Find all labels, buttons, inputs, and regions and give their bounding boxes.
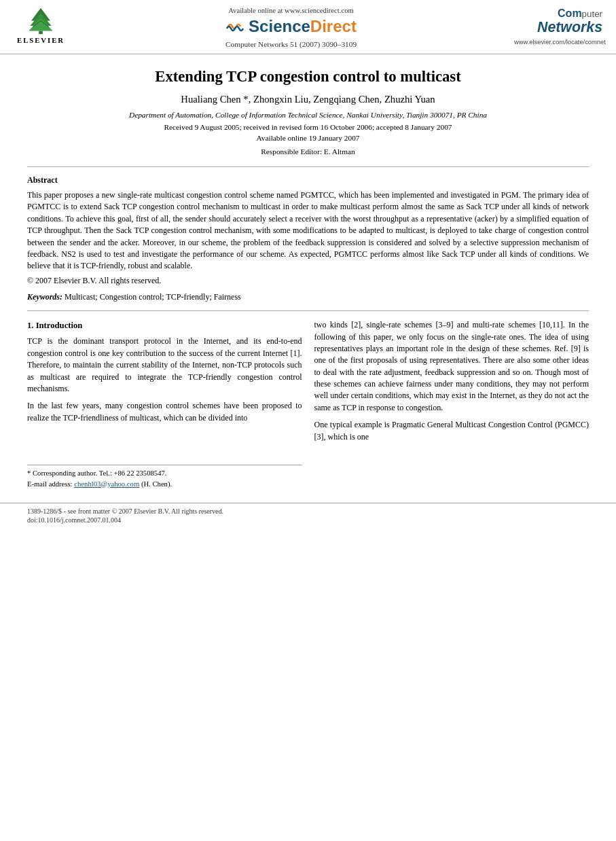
article-title: Extending TCP congestion control to mult… (27, 68, 589, 86)
email-suffix: (H. Chen). (141, 480, 172, 488)
article-affiliation: Department of Automation, College of Inf… (27, 111, 589, 119)
networks-text: Networks (514, 20, 602, 35)
footnote-corresponding: * Corresponding author. Tel.: +86 22 235… (27, 468, 302, 478)
journal-url: www.elsevier.com/locate/comnet (514, 39, 602, 46)
elsevier-logo: ELSEVIER (14, 7, 68, 48)
left-column: 1. Introduction TCP is the dominant tran… (27, 319, 302, 489)
journal-name: Computer Networks 51 (2007) 3090–3109 (81, 40, 501, 48)
svg-rect-0 (39, 31, 43, 34)
article-dates: Received 9 August 2005; received in revi… (27, 123, 589, 131)
section1-right-para1: two kinds [2], single-rate schemes [3–9]… (314, 319, 590, 414)
header-center: Available online at www.sciencedirect.co… (68, 7, 514, 48)
two-column-body: 1. Introduction TCP is the dominant tran… (27, 319, 589, 489)
abstract-text: This paper proposes a new single-rate mu… (27, 190, 589, 272)
com-text: Com (558, 7, 582, 19)
science-text: Science (249, 17, 310, 35)
sciencedirect-icon (225, 19, 244, 34)
responsible-editor: Responsible Editor: E. Altman (27, 147, 589, 156)
body-divider (27, 310, 589, 311)
cn-logo-top: Computer (514, 7, 602, 20)
page-footer: 1389-1286/$ - see front matter © 2007 El… (0, 503, 616, 528)
keywords-text: Multicast; Congestion control; TCP-frien… (65, 292, 241, 302)
section1-para1: TCP is the dominant transport protocol i… (27, 336, 302, 395)
main-content: Extending TCP congestion control to mult… (0, 68, 616, 489)
article-header: Extending TCP congestion control to mult… (27, 68, 589, 156)
footnote-section: * Corresponding author. Tel.: +86 22 235… (27, 465, 302, 489)
section1-heading: 1. Introduction (27, 319, 302, 332)
computer-networks-logo: Computer Networks www.elsevier.com/locat… (514, 7, 602, 46)
email-label: E-mail address: (27, 480, 73, 488)
header-divider (27, 166, 589, 167)
right-column: two kinds [2], single-rate schemes [3–9]… (314, 319, 590, 489)
email-address: chenhl03@yahoo.com (74, 480, 139, 488)
footer-issn: 1389-1286/$ - see front matter © 2007 El… (27, 507, 589, 515)
page-header: ELSEVIER Available online at www.science… (0, 0, 616, 54)
article-authors: Hualiang Chen *, Zhongxin Liu, Zengqiang… (27, 94, 589, 105)
abstract-label: Abstract (27, 175, 589, 185)
section1-para2: In the last few years, many congestion c… (27, 400, 302, 424)
direct-text: Direct (310, 17, 357, 35)
abstract-section: Abstract This paper proposes a new singl… (27, 175, 589, 302)
keywords-line: Keywords: Multicast; Congestion control;… (27, 292, 589, 302)
footnote-email: E-mail address: chenhl03@yahoo.com (H. C… (27, 479, 302, 489)
available-online-text: Available online at www.sciencedirect.co… (81, 7, 501, 14)
puter-text: puter (582, 9, 602, 19)
section1-right-para2: One typical example is Pragmatic General… (314, 419, 590, 443)
elsevier-label: ELSEVIER (17, 37, 65, 44)
footer-doi: doi:10.1016/j.comnet.2007.01.004 (27, 516, 589, 524)
article-available-online: Available online 19 January 2007 (27, 134, 589, 142)
sciencedirect-logo: ScienceDirect (81, 17, 501, 36)
keywords-label: Keywords: (27, 292, 62, 302)
abstract-copyright: © 2007 Elsevier B.V. All rights reserved… (27, 275, 589, 287)
sciencedirect-text: ScienceDirect (249, 17, 357, 36)
